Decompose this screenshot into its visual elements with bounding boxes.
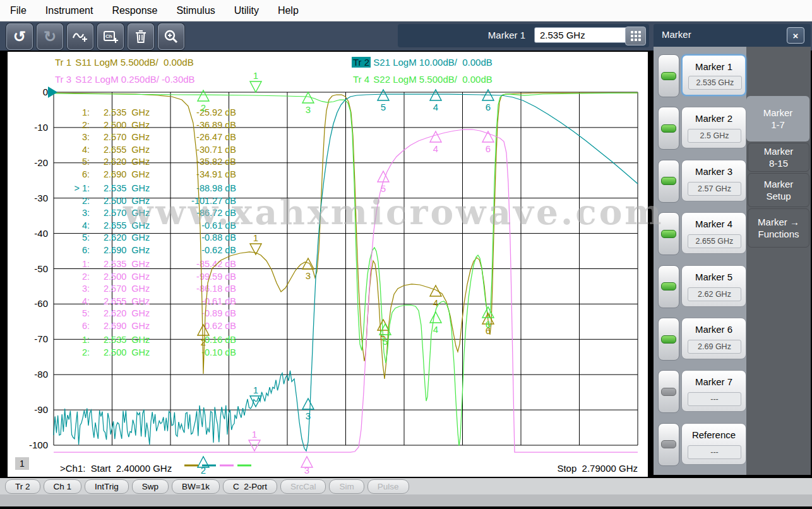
marker-button-label: Reference bbox=[682, 429, 746, 440]
trace-marker-s21-5[interactable]: 5 bbox=[378, 90, 389, 112]
svg-text:3: 3 bbox=[306, 104, 311, 115]
status-button-inttrig[interactable]: IntTrig bbox=[85, 479, 129, 494]
led-on-icon bbox=[661, 335, 676, 344]
add-trace-button[interactable] bbox=[67, 23, 93, 50]
status-button-c-2-port[interactable]: C 2-Port bbox=[223, 479, 277, 494]
marker-dialog-header[interactable]: Marker × bbox=[654, 24, 811, 47]
marker-entry-panel: Marker 1 bbox=[398, 24, 649, 47]
svg-text:3: 3 bbox=[306, 410, 311, 421]
close-icon[interactable]: × bbox=[787, 27, 804, 44]
zoom-button[interactable] bbox=[158, 23, 184, 50]
menu-bar: FileInstrumentResponseStimulusUtilityHel… bbox=[0, 0, 812, 21]
led-on-icon bbox=[661, 124, 676, 133]
marker-button-5[interactable]: Marker 52.62 GHz bbox=[681, 265, 746, 307]
reference-level-indicator bbox=[48, 87, 57, 98]
marker-frequency-input[interactable] bbox=[534, 27, 628, 43]
menu-item-file[interactable]: File bbox=[10, 5, 27, 16]
svg-text:4: 4 bbox=[433, 143, 438, 154]
marker-button-3[interactable]: Marker 32.57 GHz bbox=[681, 160, 746, 201]
marker-button-7[interactable]: Marker 7--- bbox=[681, 370, 746, 412]
marker-button-value: --- bbox=[688, 392, 741, 406]
trace-s12 bbox=[54, 129, 638, 452]
marker-toggle-7[interactable] bbox=[658, 370, 679, 413]
status-button-ch-1[interactable]: Ch 1 bbox=[44, 479, 82, 494]
menu-item-instrument[interactable]: Instrument bbox=[45, 5, 93, 16]
plot-traces: 12345612345613456123456 bbox=[8, 52, 648, 477]
tab-label: 8-15 bbox=[769, 157, 788, 169]
svg-text:6: 6 bbox=[486, 319, 491, 330]
marker-toggle-4[interactable] bbox=[658, 212, 679, 255]
delete-button[interactable] bbox=[128, 23, 154, 50]
keypad-button[interactable] bbox=[625, 27, 646, 45]
svg-text:3: 3 bbox=[304, 465, 309, 476]
svg-text:Ch: Ch bbox=[105, 33, 112, 39]
zoom-icon bbox=[163, 28, 179, 45]
add-channel-icon: Ch bbox=[102, 28, 119, 45]
tab-label: Setup bbox=[766, 190, 791, 202]
tab-marker-functions[interactable]: Marker →Functions bbox=[748, 208, 809, 248]
menu-item-stimulus[interactable]: Stimulus bbox=[176, 5, 215, 16]
menu-item-utility[interactable]: Utility bbox=[234, 5, 259, 16]
status-button-tr-2[interactable]: Tr 2 bbox=[5, 479, 40, 494]
led-off-icon bbox=[661, 440, 676, 448]
marker-toggle-3[interactable] bbox=[658, 160, 679, 203]
led-on-icon bbox=[661, 282, 676, 290]
marker-button-label: Marker 7 bbox=[682, 376, 746, 387]
keypad-icon bbox=[631, 31, 641, 41]
trace-marker-s12-3[interactable]: 3 bbox=[301, 457, 313, 476]
status-bar: Tr 2Ch 1IntTrigSwpBW=1kC 2-PortSrcCalSim… bbox=[0, 478, 812, 494]
marker-button-1[interactable]: Marker 12.535 GHz bbox=[681, 54, 746, 96]
marker-toggle-6[interactable] bbox=[658, 318, 679, 361]
trace-marker-s11-2[interactable]: 2 bbox=[198, 325, 209, 347]
menu-item-response[interactable]: Response bbox=[112, 5, 157, 16]
led-off-icon bbox=[661, 388, 676, 396]
tab-marker-8-15[interactable]: Marker8-15 bbox=[748, 143, 809, 172]
marker-button-6[interactable]: Marker 62.69 GHz bbox=[681, 318, 746, 359]
marker-button-label: Marker 2 bbox=[682, 113, 746, 124]
vna-app: { "menu": {"items": ["File","Instrument"… bbox=[0, 0, 812, 509]
marker-button-4[interactable]: Marker 42.655 GHz bbox=[681, 212, 746, 254]
led-on-icon bbox=[661, 230, 676, 238]
svg-text:4: 4 bbox=[433, 102, 438, 112]
tab-marker-1-7[interactable]: Marker1-7 bbox=[746, 96, 809, 141]
status-button-sim[interactable]: Sim bbox=[329, 479, 364, 494]
marker-button-label: Marker 1 bbox=[683, 61, 745, 72]
marker-button-label: Marker 4 bbox=[682, 219, 746, 229]
svg-text:6: 6 bbox=[486, 143, 491, 154]
marker-toggle-5[interactable] bbox=[658, 265, 679, 308]
menu-item-help[interactable]: Help bbox=[278, 5, 299, 16]
trace-marker-s21-1[interactable]: 1 bbox=[250, 385, 261, 407]
trace-marker-s22-3[interactable]: 3 bbox=[302, 92, 314, 115]
status-button-pulse[interactable]: Pulse bbox=[367, 479, 409, 494]
trace-marker-s21-4[interactable]: 4 bbox=[430, 90, 441, 112]
tab-label: Marker → bbox=[758, 216, 799, 228]
status-button-swp[interactable]: Swp bbox=[132, 479, 169, 494]
redo-button[interactable]: ↻ bbox=[37, 23, 63, 50]
trace-marker-s22-1[interactable]: 1 bbox=[250, 70, 261, 92]
svg-text:2: 2 bbox=[201, 465, 206, 476]
marker-button-label: Marker 3 bbox=[682, 166, 746, 177]
trace-marker-s21-3[interactable]: 3 bbox=[302, 398, 314, 421]
trace-marker-s22-2[interactable]: 2 bbox=[198, 90, 209, 113]
marker-button-value: 2.57 GHz bbox=[688, 182, 741, 196]
marker-button-value: --- bbox=[688, 445, 741, 459]
marker-toggle-2[interactable] bbox=[658, 107, 679, 150]
trace-marker-s11-1[interactable]: 1 bbox=[250, 232, 261, 254]
add-channel-button[interactable]: Ch bbox=[97, 23, 124, 50]
marker-button-8[interactable]: Reference--- bbox=[681, 423, 746, 465]
trace-marker-s21-6[interactable]: 6 bbox=[482, 90, 494, 112]
status-button-bw-1k[interactable]: BW=1k bbox=[172, 479, 220, 494]
marker-dialog-body: Marker1-7Marker8-15MarkerSetupMarker →Fu… bbox=[654, 47, 811, 475]
trace-marker-s12-1[interactable]: 1 bbox=[249, 429, 260, 451]
status-button-srccal[interactable]: SrcCal bbox=[280, 479, 326, 494]
tab-label: Marker bbox=[763, 107, 793, 119]
trace-marker-s11-3[interactable]: 3 bbox=[302, 258, 314, 281]
marker-toggle-8[interactable] bbox=[658, 423, 679, 466]
marker-button-2[interactable]: Marker 22.5 GHz bbox=[681, 107, 746, 148]
marker-button-label: Marker 5 bbox=[682, 272, 746, 282]
svg-text:5: 5 bbox=[381, 183, 386, 194]
marker-toggle-1[interactable] bbox=[658, 54, 679, 97]
tab-marker-setup[interactable]: MarkerSetup bbox=[748, 173, 809, 207]
svg-text:1: 1 bbox=[253, 70, 258, 81]
undo-button[interactable]: ↺ bbox=[6, 23, 33, 50]
